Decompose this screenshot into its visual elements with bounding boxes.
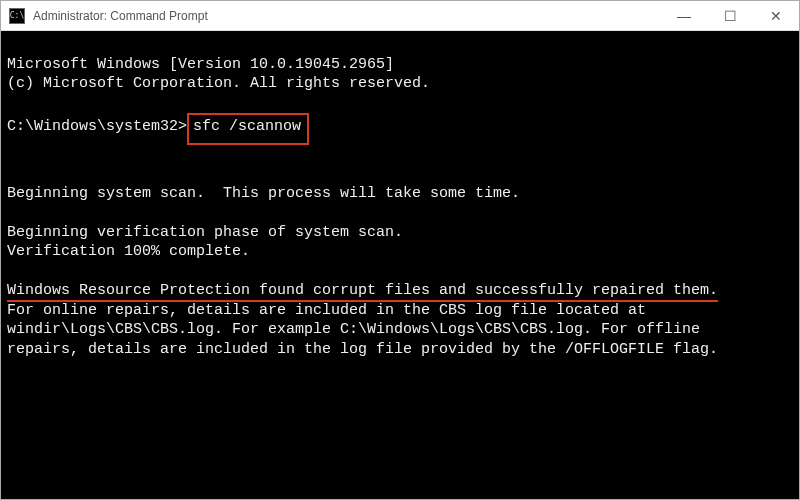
detail-line-2: windir\Logs\CBS\CBS.log. For example C:\… (7, 321, 700, 338)
result-line: Windows Resource Protection found corrup… (7, 282, 718, 302)
command-prompt-window: C:\ Administrator: Command Prompt — ☐ ✕ … (0, 0, 800, 500)
window-controls: — ☐ ✕ (661, 1, 799, 30)
detail-line-3: repairs, details are included in the log… (7, 341, 718, 358)
version-line: Microsoft Windows [Version 10.0.19045.29… (7, 56, 394, 73)
command-highlight-box: sfc /scannow (187, 113, 309, 145)
titlebar[interactable]: C:\ Administrator: Command Prompt — ☐ ✕ (1, 1, 799, 31)
copyright-line: (c) Microsoft Corporation. All rights re… (7, 75, 430, 92)
prompt: C:\Windows\system32> (7, 118, 187, 135)
cmd-icon: C:\ (9, 8, 25, 24)
close-button[interactable]: ✕ (753, 1, 799, 30)
begin-verify-line: Beginning verification phase of system s… (7, 224, 403, 241)
maximize-button[interactable]: ☐ (707, 1, 753, 30)
terminal-output[interactable]: Microsoft Windows [Version 10.0.19045.29… (1, 31, 799, 499)
begin-scan-line: Beginning system scan. This process will… (7, 185, 520, 202)
minimize-button[interactable]: — (661, 1, 707, 30)
window-title: Administrator: Command Prompt (33, 9, 661, 23)
detail-line-1: For online repairs, details are included… (7, 302, 646, 319)
command-text: sfc /scannow (193, 118, 301, 135)
verify-complete-line: Verification 100% complete. (7, 243, 250, 260)
